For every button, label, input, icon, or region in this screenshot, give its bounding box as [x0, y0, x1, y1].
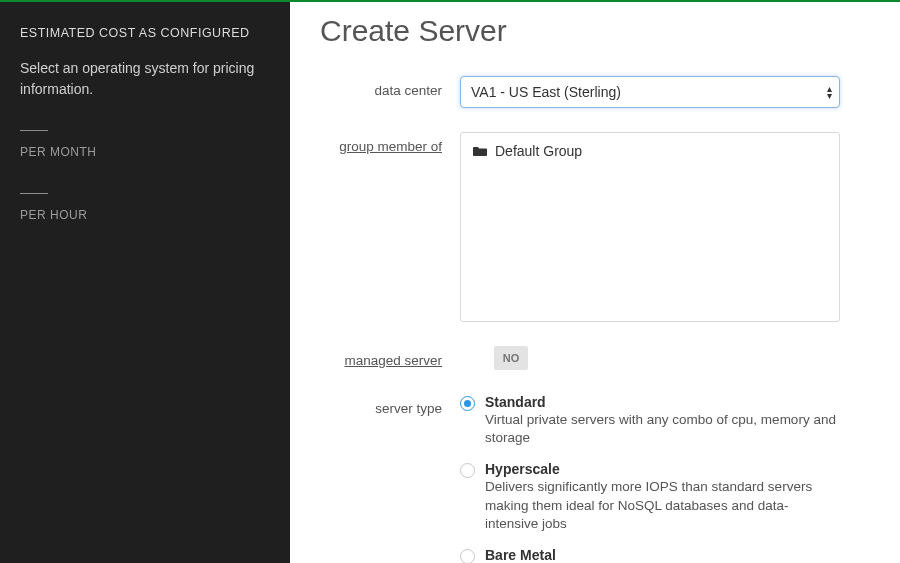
server-type-option-baremetal[interactable]: Bare Metal Dedicated physical servers on…: [460, 547, 840, 563]
cost-month-label: per month: [20, 145, 270, 159]
app-root: ESTIMATED COST AS CONFIGURED Select an o…: [0, 0, 900, 563]
group-item-default[interactable]: Default Group: [473, 143, 827, 159]
toggle-blank-side: [460, 346, 494, 370]
folder-icon: [473, 145, 487, 157]
main-panel: Create Server data center VA1 - US East …: [290, 2, 900, 563]
sidebar-title: ESTIMATED COST AS CONFIGURED: [20, 26, 270, 40]
cost-block-hour: per hour: [20, 193, 270, 222]
row-group-member: group member of Default Group: [320, 132, 870, 322]
data-center-dropdown[interactable]: VA1 - US East (Sterling): [460, 76, 840, 108]
cost-sidebar: ESTIMATED COST AS CONFIGURED Select an o…: [0, 2, 290, 563]
radio-title: Bare Metal: [485, 547, 840, 563]
label-managed-server: managed server: [320, 346, 460, 370]
radio-desc: Virtual private servers with any combo o…: [485, 411, 840, 447]
cost-block-month: per month: [20, 130, 270, 159]
server-type-option-hyperscale[interactable]: Hyperscale Delivers significantly more I…: [460, 461, 840, 533]
cost-hour-value: [20, 193, 48, 194]
label-server-type: server type: [320, 394, 460, 563]
radio-title: Standard: [485, 394, 840, 410]
managed-server-toggle[interactable]: NO: [460, 346, 840, 370]
sidebar-note: Select an operating system for pricing i…: [20, 58, 270, 100]
row-managed-server: managed server NO: [320, 346, 870, 370]
cost-hour-label: per hour: [20, 208, 270, 222]
group-item-label: Default Group: [495, 143, 582, 159]
label-data-center: data center: [320, 76, 460, 108]
radio-icon[interactable]: [460, 463, 475, 478]
row-server-type: server type Standard Virtual private ser…: [320, 394, 870, 563]
group-member-box[interactable]: Default Group: [460, 132, 840, 322]
server-type-radio-group: Standard Virtual private servers with an…: [460, 394, 840, 563]
cost-month-value: [20, 130, 48, 131]
row-data-center: data center VA1 - US East (Sterling) ▴▾: [320, 76, 870, 108]
select-data-center[interactable]: VA1 - US East (Sterling) ▴▾: [460, 76, 840, 108]
toggle-state-label: NO: [494, 346, 528, 370]
radio-title: Hyperscale: [485, 461, 840, 477]
radio-icon[interactable]: [460, 396, 475, 411]
radio-icon[interactable]: [460, 549, 475, 563]
page-title: Create Server: [320, 14, 870, 48]
label-group-member: group member of: [320, 132, 460, 322]
server-type-option-standard[interactable]: Standard Virtual private servers with an…: [460, 394, 840, 447]
radio-desc: Delivers significantly more IOPS than st…: [485, 478, 840, 533]
